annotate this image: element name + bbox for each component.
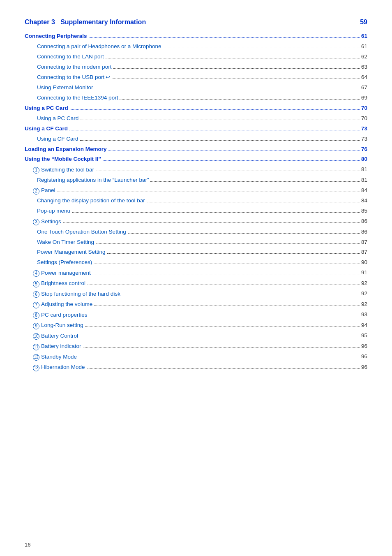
footer-page-number: 16	[25, 542, 30, 548]
toc-dots	[78, 358, 360, 358]
toc-page-num: 84	[361, 196, 367, 206]
toc-entry: Pop-up menu85	[25, 206, 367, 216]
toc-entry: 3 Settings86	[25, 217, 367, 226]
toc-page-num: 84	[361, 186, 367, 195]
toc-entry: Connecting to the modem port63	[25, 63, 367, 72]
chapter-heading: Chapter 3 Supplementary Information 59	[25, 16, 367, 28]
toc-page-num: 86	[361, 217, 367, 226]
toc-entry-text: Using the “Mobile Cockpit II”	[25, 155, 101, 164]
toc-entry-text: Loading an Expansion Memory	[25, 145, 107, 154]
toc-entry-text: 4 Power management	[33, 269, 91, 278]
circle-number: 11	[33, 344, 39, 350]
toc-page-num: 92	[361, 300, 367, 309]
toc-entry: Using a CF Card73	[25, 124, 367, 134]
toc-entry: 10 Battery Control95	[25, 331, 367, 341]
circle-number: 12	[33, 354, 39, 361]
toc-dots	[112, 79, 360, 79]
toc-entry: Power Management Setting87	[25, 248, 367, 257]
toc-dots	[85, 327, 360, 327]
toc-dots	[120, 99, 360, 100]
chapter-title-text: Supplementary Information	[60, 19, 146, 25]
toc-dots	[163, 48, 360, 48]
toc-entry-text: Pop-up menu	[37, 206, 70, 216]
page-container: Chapter 3 Supplementary Information 59 C…	[0, 0, 392, 398]
toc-page-num: 95	[361, 331, 367, 341]
circle-number: 7	[33, 302, 39, 308]
toc-dots	[89, 316, 360, 316]
toc-entry: 6 Stop functioning of the hard disk92	[25, 289, 367, 299]
toc-entry-text: Wake On Timer Setting	[37, 238, 94, 247]
toc-dots	[87, 285, 360, 285]
toc-dots	[80, 120, 360, 120]
toc-entry-text: Connecting to the USB port↩	[37, 73, 110, 82]
toc-entry-text: Using a PC Card	[37, 114, 78, 123]
toc-page-num: 70	[361, 104, 367, 113]
toc-dots	[63, 222, 360, 223]
page-footer: 16	[25, 542, 30, 548]
toc-entry: Connecting to the IEEE1394 port69	[25, 93, 367, 103]
toc-dots	[95, 89, 360, 89]
toc-page-num: 93	[361, 310, 367, 320]
toc-page-num: 86	[361, 227, 367, 237]
toc-page-num: 67	[361, 83, 367, 93]
circle-number: 10	[33, 333, 39, 340]
toc-page-num: 90	[361, 258, 367, 267]
toc-entry-text: Registering applications in the “Launche…	[37, 176, 149, 185]
toc-entry-text: Using a CF Card	[37, 134, 78, 144]
toc-entry: Settings (Preferences)90	[25, 258, 367, 267]
toc-entry-text: Power Management Setting	[37, 248, 106, 257]
toc-dots	[87, 368, 360, 369]
toc-entry: Registering applications in the “Launche…	[25, 176, 367, 185]
chapter-label: Chapter 3	[25, 19, 55, 25]
circle-number: 8	[33, 312, 39, 319]
toc-dots	[72, 212, 360, 213]
toc-entry: 1 Switching the tool bar81	[25, 165, 367, 174]
toc-page-num: 91	[361, 268, 367, 278]
toc-entry: Changing the display position of the too…	[25, 196, 367, 206]
circle-number: 6	[33, 291, 39, 298]
toc-entry: 8 PC card properties93	[25, 310, 367, 320]
toc-entry-text: 10 Battery Control	[33, 331, 78, 341]
toc-page-num: 96	[361, 352, 367, 361]
toc-page-num: 85	[361, 206, 367, 216]
toc-page-num: 80	[361, 155, 367, 164]
toc-dots	[106, 58, 360, 58]
toc-entry: 5 Brightness control92	[25, 279, 367, 288]
toc-entry: Connecting a pair of Headphones or a Mic…	[25, 42, 367, 51]
toc-page-num: 92	[361, 279, 367, 288]
toc-entry: Connecting to the LAN port62	[25, 52, 367, 62]
toc-page-num: 94	[361, 321, 367, 330]
toc-page-num: 96	[361, 342, 367, 351]
toc-entry-text: 5 Brightness control	[33, 279, 85, 288]
toc-entry: Wake On Timer Setting87	[25, 238, 367, 247]
toc-dots	[92, 274, 360, 274]
toc-entry-text: Connecting to the IEEE1394 port	[37, 93, 118, 103]
toc-page-num: 64	[361, 73, 367, 82]
toc-page-num: 62	[361, 52, 367, 62]
circle-number: 9	[33, 323, 39, 329]
toc-entry: 13 Hibernation Mode96	[25, 363, 367, 372]
toc-page-num: 73	[361, 134, 367, 144]
toc-entry-text: 1 Switching the tool bar	[33, 165, 94, 175]
toc-entry: One Touch Operation Button Setting86	[25, 227, 367, 237]
toc-dots	[80, 140, 360, 141]
toc-page-num: 81	[361, 165, 367, 174]
toc-entry: Connecting Peripherals61	[25, 32, 367, 41]
toc-dots	[103, 160, 360, 161]
toc-entry-text: Connecting Peripherals	[25, 32, 87, 41]
toc-entry-text: Using a PC Card	[25, 104, 68, 113]
toc-entry-text: Settings (Preferences)	[37, 258, 92, 267]
toc-entry-text: Using External Monitor	[37, 83, 93, 93]
circle-number: 4	[33, 270, 39, 277]
toc-list: Connecting Peripherals61Connecting a pai…	[25, 32, 367, 372]
toc-page-num: 76	[361, 145, 367, 154]
toc-dots	[96, 171, 360, 171]
toc-dots	[70, 109, 360, 110]
circle-number: 13	[33, 365, 39, 371]
toc-entry: Connecting to the USB port↩64	[25, 73, 367, 82]
toc-entry: Loading an Expansion Memory76	[25, 145, 367, 154]
toc-page-num: 69	[361, 93, 367, 103]
toc-page-num: 96	[361, 363, 367, 372]
toc-entry: 12 Standby Mode96	[25, 352, 367, 361]
toc-entry: Using a PC Card70	[25, 104, 367, 113]
